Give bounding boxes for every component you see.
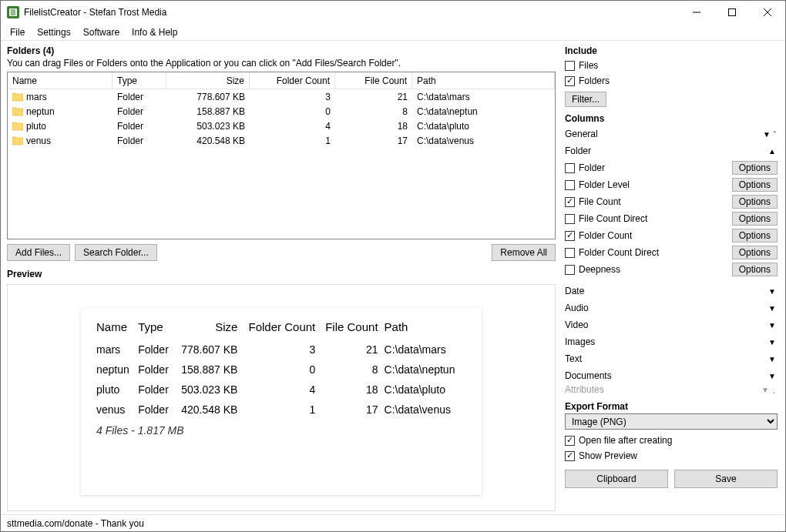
include-files-row[interactable]: Files — [565, 58, 778, 73]
column-checkbox[interactable] — [565, 265, 575, 275]
column-checkbox[interactable] — [565, 231, 575, 241]
open-after-row[interactable]: Open file after creating — [565, 433, 778, 448]
row-type: Folder — [113, 121, 166, 132]
group-label: Audio — [565, 303, 767, 313]
column-option-row: Folder LevelOptions — [565, 176, 778, 193]
column-group[interactable]: Audio▼ — [565, 299, 778, 316]
preview-row: venusFolder420.548 KB117C:\data\venus — [96, 400, 466, 420]
column-option-row: DeepnessOptions — [565, 261, 778, 278]
row-folder-count: 0 — [250, 106, 335, 117]
filter-button[interactable]: Filter... — [565, 92, 606, 107]
row-name: pluto — [26, 121, 46, 132]
search-folder-button[interactable]: Search Folder... — [75, 244, 157, 261]
col-name[interactable]: Name — [8, 72, 113, 89]
table-row[interactable]: neptunFolder158.887 KB08C:\data\neptun — [8, 104, 555, 119]
preview-header: Preview — [7, 269, 556, 279]
preview-image: Name Type Size Folder Count File Count P… — [81, 308, 482, 495]
col-file-count[interactable]: File Count — [335, 72, 412, 89]
table-row[interactable]: venusFolder420.548 KB117C:\data\venus — [8, 133, 555, 148]
columns-header: Columns — [565, 113, 778, 124]
group-attributes[interactable]: Attributes ▼ ˬ — [565, 384, 778, 395]
column-option-row: Folder CountOptions — [565, 227, 778, 244]
chevron-up-icon: ˆ — [772, 130, 778, 138]
folders-hint: You can drag Files or Folders onto the A… — [7, 58, 556, 69]
status-bar: sttmedia.com/donate - Thank you — [1, 514, 785, 531]
chevron-down-icon: ▼ — [767, 287, 778, 296]
options-button[interactable]: Options — [732, 229, 778, 243]
col-folder-count[interactable]: Folder Count — [250, 72, 335, 89]
options-button[interactable]: Options — [732, 178, 778, 192]
row-size: 503.023 KB — [166, 121, 250, 132]
add-files-button[interactable]: Add Files... — [7, 244, 70, 261]
row-size: 158.887 KB — [166, 106, 250, 117]
menu-software[interactable]: Software — [77, 25, 126, 39]
include-folders-checkbox[interactable] — [565, 76, 575, 86]
pv-path: C:\data\pluto — [385, 380, 466, 400]
menubar: File Settings Software Info & Help — [1, 24, 785, 41]
column-label: Folder Level — [579, 179, 732, 190]
column-checkbox[interactable] — [565, 163, 575, 173]
options-button[interactable]: Options — [732, 161, 778, 175]
column-group[interactable]: Video▼ — [565, 316, 778, 333]
pv-col-type: Type — [138, 316, 177, 340]
column-checkbox[interactable] — [565, 197, 575, 207]
clipboard-button[interactable]: Clipboard — [565, 470, 668, 488]
titlebar: FilelistCreator - Stefan Trost Media — [1, 1, 785, 24]
pv-fic: 8 — [321, 360, 384, 380]
chevron-down-icon: ▼ — [761, 130, 772, 139]
export-format-select[interactable]: Image (PNG) — [565, 413, 778, 430]
chevron-down-icon: ▼ — [767, 338, 778, 346]
chevron-down-icon: ▼ — [767, 355, 778, 363]
pv-col-name: Name — [96, 316, 138, 340]
open-after-checkbox[interactable] — [565, 436, 575, 446]
col-type[interactable]: Type — [113, 72, 166, 89]
pv-fc: 4 — [244, 380, 321, 400]
row-path: C:\data\pluto — [412, 121, 555, 132]
column-group[interactable]: Text▼ — [565, 350, 778, 367]
table-row[interactable]: marsFolder778.607 KB321C:\data\mars — [8, 89, 555, 104]
menu-file[interactable]: File — [4, 25, 31, 39]
column-checkbox[interactable] — [565, 180, 575, 190]
include-folders-row[interactable]: Folders — [565, 73, 778, 89]
maximize-button[interactable] — [714, 1, 750, 24]
column-checkbox[interactable] — [565, 248, 575, 258]
column-group[interactable]: Images▼ — [565, 333, 778, 350]
column-option-row: File Count DirectOptions — [565, 210, 778, 227]
column-group[interactable]: Date▼ — [565, 283, 778, 299]
pv-type: Folder — [138, 380, 177, 400]
pv-name: venus — [96, 400, 138, 420]
group-label: Text — [565, 353, 767, 364]
save-button[interactable]: Save — [674, 470, 778, 488]
chevron-up-icon: ▲ — [767, 147, 778, 156]
options-button[interactable]: Options — [732, 246, 778, 259]
close-button[interactable] — [750, 1, 785, 24]
row-path: C:\data\neptun — [412, 106, 555, 117]
row-type: Folder — [113, 136, 166, 146]
column-checkbox[interactable] — [565, 214, 575, 224]
group-folder[interactable]: Folder ▲ — [565, 142, 778, 159]
app-icon — [7, 6, 19, 18]
menu-settings[interactable]: Settings — [31, 25, 76, 39]
column-group[interactable]: Documents▼ — [565, 367, 778, 384]
show-preview-row[interactable]: Show Preview — [565, 448, 778, 463]
pv-fc: 1 — [244, 400, 321, 420]
group-general[interactable]: General ▼ ˆ — [565, 125, 778, 142]
show-preview-checkbox[interactable] — [565, 451, 575, 461]
preview-row: neptunFolder158.887 KB08C:\data\neptun — [96, 360, 466, 380]
minimize-button[interactable] — [679, 1, 714, 24]
remove-all-button[interactable]: Remove All — [492, 244, 556, 261]
row-name: venus — [26, 136, 51, 146]
include-files-checkbox[interactable] — [565, 61, 575, 71]
menu-info[interactable]: Info & Help — [126, 25, 183, 39]
options-button[interactable]: Options — [732, 263, 778, 276]
col-size[interactable]: Size — [166, 72, 250, 89]
table-row[interactable]: plutoFolder503.023 KB418C:\data\pluto — [8, 119, 555, 133]
preview-area: Name Type Size Folder Count File Count P… — [7, 284, 556, 511]
options-button[interactable]: Options — [732, 195, 778, 209]
row-type: Folder — [113, 92, 166, 102]
col-path[interactable]: Path — [412, 72, 555, 89]
options-button[interactable]: Options — [732, 212, 778, 226]
window-title: FilelistCreator - Stefan Trost Media — [24, 7, 679, 18]
pv-fic: 18 — [321, 380, 384, 400]
pv-size: 158.887 KB — [177, 360, 244, 380]
